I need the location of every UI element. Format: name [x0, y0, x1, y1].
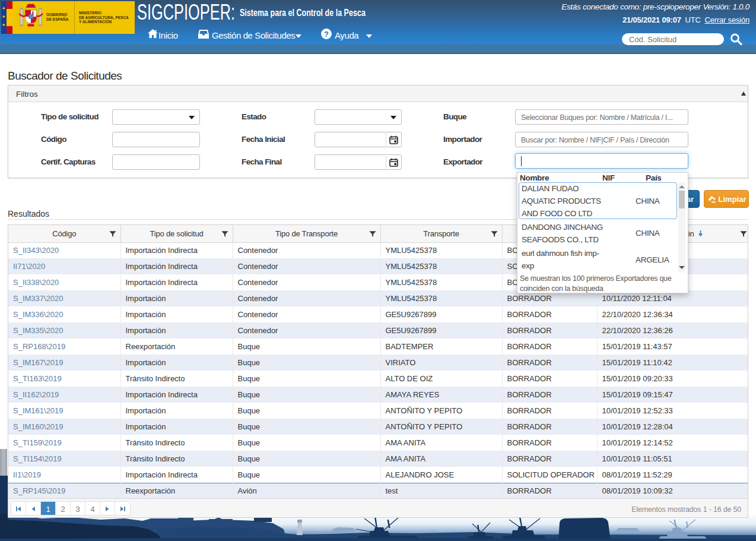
svg-text:?: ?	[324, 30, 329, 39]
